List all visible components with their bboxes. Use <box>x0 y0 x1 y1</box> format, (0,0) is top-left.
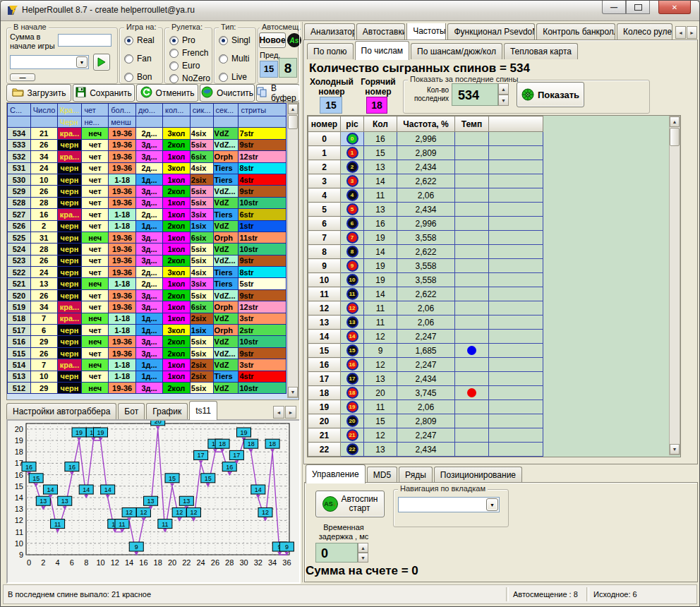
table-row[interactable]: 51629черннеч19-363д...2кол5sixVdZ10str <box>8 336 286 347</box>
table-row[interactable]: 1616122,247 <box>308 358 543 372</box>
table-row[interactable]: 5176чернчет1-181д...3кол1sixOrph2str <box>8 325 286 336</box>
scroll-up-icon[interactable]: ▲ <box>288 104 298 114</box>
show-button[interactable]: Показать <box>517 82 584 107</box>
table-row[interactable]: 77193,558 <box>308 231 543 245</box>
table-row[interactable]: 2020152,809 <box>308 414 543 428</box>
table-row[interactable]: 52026чернчет19-363д...2кол5sixVdZ...9str <box>8 289 286 301</box>
delay-spinner-value[interactable]: 0 <box>315 543 358 563</box>
grabber-tab-4[interactable]: ts11 <box>189 401 217 420</box>
table-row[interactable]: 88142,622 <box>308 245 543 259</box>
table-row[interactable]: 52716кра...чет1-182д...1кол3sixTiers6str <box>8 209 286 220</box>
radio-french[interactable]: French <box>169 48 208 58</box>
spinner-down-icon[interactable]: ▼ <box>498 95 509 106</box>
table-row[interactable]: 53234кра...чет19-363д...1кол6sixOrph12st… <box>8 151 286 162</box>
control-tab-4[interactable]: Позиционирование <box>434 467 522 483</box>
radio-multi[interactable]: Multi <box>219 54 249 64</box>
nav-combobox[interactable]: ▼ <box>398 497 500 512</box>
table-row[interactable]: 51229черннеч19-363д...2кол5sixVdZ10str <box>8 382 286 393</box>
table-row[interactable]: 52113черннеч1-182д...1кол3sixTiers5str <box>8 278 286 289</box>
maximize-button[interactable] <box>626 1 650 14</box>
freq-scrollbar[interactable]: ▲ ▼ <box>669 116 680 455</box>
table-row[interactable]: 66162,996 <box>308 217 543 231</box>
grabber-tab-3[interactable]: График <box>146 403 188 419</box>
minimize-button[interactable]: — <box>602 1 626 14</box>
radio-pro[interactable]: Pro <box>169 35 195 45</box>
grabber-tab-1[interactable]: Настройки автограббера <box>6 403 116 419</box>
freq-subtab-3[interactable]: По шансам/дюж/кол <box>411 43 502 59</box>
preset-combobox[interactable]: ▼ <box>10 55 89 69</box>
table-row[interactable]: 5187кра...неч1-181д...1кол2sixVdZ3str <box>8 313 286 324</box>
table-row[interactable]: 33142,622 <box>308 174 543 188</box>
spins-scrollbar[interactable]: ▲ ▼ <box>287 103 298 398</box>
tabs-left-arrow-icon[interactable]: ◄ <box>273 406 284 419</box>
freq-subtab-2[interactable]: По числам <box>355 41 410 60</box>
analyzer-tab-1[interactable]: Анализатор <box>304 23 355 40</box>
table-row[interactable]: 51310чернчет1-181д...1кол2sixTiers4str <box>8 371 286 382</box>
radio-real[interactable]: Real <box>124 35 155 45</box>
scroll-down-icon[interactable]: ▼ <box>288 387 298 397</box>
table-row[interactable]: 52224чернчет19-362д...3кол4sixTiers8str <box>8 267 286 278</box>
analyzer-tab-4[interactable]: Функционал PsevdoMS <box>447 23 535 40</box>
table-row[interactable]: 99193,558 <box>308 259 543 273</box>
table-row[interactable]: 11152,809 <box>308 146 543 160</box>
toolbar-button-1[interactable]: Загрузить <box>6 84 71 102</box>
table-row[interactable]: 53421кра...неч19-362д...3кол4sixVdZ7str <box>8 128 286 139</box>
grabber-tab-2[interactable]: Бот <box>118 403 145 419</box>
table-row[interactable]: 53124чернчет19-362д...3кол4sixTiers8str <box>8 162 286 174</box>
table-row[interactable]: 52926чернчет19-363д...2кол5sixVdZ...9str <box>8 186 286 197</box>
spinner-up-icon[interactable]: ▲ <box>358 543 368 553</box>
tabs-right-arrow-icon[interactable]: ► <box>285 406 296 419</box>
freq-scroll-up-icon[interactable]: ▲ <box>670 116 680 127</box>
table-row[interactable]: 1717132,434 <box>308 372 543 386</box>
table-row[interactable]: 51934кра...чет19-363д...1кол6sixOrph12st… <box>8 301 286 313</box>
combo-dropdown-button[interactable]: ▼ <box>76 56 88 68</box>
table-row[interactable]: 1414122,247 <box>308 330 543 344</box>
table-row[interactable]: 1313112,06 <box>308 315 543 330</box>
analyzer-tab-2[interactable]: Автоставки <box>356 23 405 40</box>
start-sum-input[interactable] <box>58 34 111 47</box>
autospin-button[interactable]: AS↓ Автоспинстарт <box>315 491 385 517</box>
toolbar-button-2[interactable]: Сохранить <box>73 84 135 102</box>
table-row[interactable]: 52531черннеч19-363д...1кол6sixOrph11str <box>8 232 286 243</box>
radio-live[interactable]: Live <box>219 72 247 82</box>
control-tab-3[interactable]: Ряды <box>399 467 433 483</box>
freq-scroll-thumb[interactable] <box>670 128 680 146</box>
play-button[interactable] <box>93 54 110 71</box>
count-spinner-value[interactable]: 534 <box>452 83 498 106</box>
toolbar-button-4[interactable]: Очистить <box>200 84 255 102</box>
freq-subtab-1[interactable]: По полю <box>307 43 354 59</box>
radio-bon[interactable]: Bon <box>124 72 152 82</box>
radio-euro[interactable]: Euro <box>169 61 200 71</box>
table-row[interactable]: 1111142,622 <box>308 287 543 301</box>
table-row[interactable]: 52326чернчет19-363д...2кол5sixVdZ...9str <box>8 255 286 266</box>
table-row[interactable]: 53010чернчет1-181д...1кол2sixTiers4str <box>8 174 286 185</box>
control-tab-1[interactable]: Управление <box>306 464 366 483</box>
table-row[interactable]: 55132,434 <box>308 203 543 217</box>
table-row[interactable]: 51526чернчет19-363д...2кол5sixVdZ...9str <box>8 347 286 359</box>
freq-scroll-down-icon[interactable]: ▼ <box>670 444 680 455</box>
close-button[interactable]: ✕ <box>658 1 691 14</box>
rtabs-right-arrow-icon[interactable]: ► <box>687 26 697 39</box>
table-row[interactable]: 44112,06 <box>308 188 543 203</box>
table-row[interactable]: 00162,996 <box>308 132 543 146</box>
title-bar[interactable]: HelperRoullet 8.7 - create helperroullet… <box>1 1 699 21</box>
table-row[interactable]: 52828чернчет19-363д...1кол5sixVdZ10str <box>8 197 286 208</box>
table-row[interactable]: 2222132,434 <box>308 443 543 457</box>
collapse-button[interactable]: — <box>10 73 35 81</box>
analyzer-tab-6[interactable]: Колесо рулет <box>617 23 672 40</box>
toolbar-button-5[interactable]: В буфер <box>256 84 300 102</box>
analyzer-tab-5[interactable]: Контроль банкролла <box>536 23 615 40</box>
radio-nozero[interactable]: NoZero <box>169 73 210 83</box>
table-row[interactable]: 1818203,745 <box>308 386 543 400</box>
table-row[interactable]: 5147кра...неч1-181д...1кол2sixVdZ3str <box>8 359 286 371</box>
new-button[interactable]: Новое <box>259 32 286 48</box>
table-row[interactable]: 53326чернчет19-363д...2кол5sixVdZ...9str <box>8 139 286 150</box>
count-spinner-buttons[interactable]: ▲ ▼ <box>498 83 509 106</box>
table-row[interactable]: 2121122,247 <box>308 428 543 443</box>
analyzer-tab-3[interactable]: Частоты <box>406 23 446 40</box>
table-row[interactable]: 1919112,06 <box>308 400 543 414</box>
toolbar-button-3[interactable]: Отменить <box>136 84 198 102</box>
spinner-up-icon[interactable]: ▲ <box>498 83 509 95</box>
table-row[interactable]: 5262чернчет1-181д...2кол1sixVdZ1str <box>8 220 286 232</box>
table-row[interactable]: 1212112,06 <box>308 301 543 315</box>
